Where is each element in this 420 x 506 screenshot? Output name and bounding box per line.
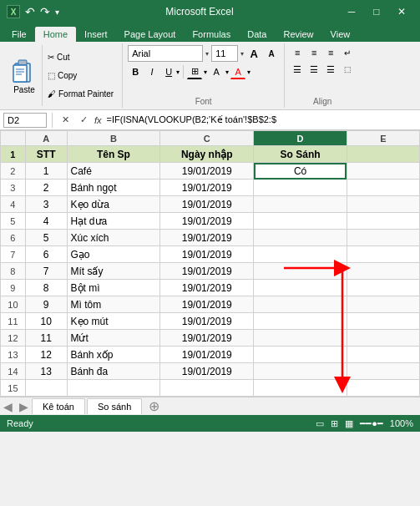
col-header-a[interactable]: A: [25, 131, 67, 146]
cell-e[interactable]: [347, 196, 419, 213]
paste-button[interactable]: Paste: [7, 45, 43, 106]
cell-c[interactable]: 19/01/2019: [160, 196, 254, 213]
cell-e[interactable]: [347, 363, 419, 380]
redo-btn[interactable]: ↷: [40, 5, 50, 18]
tab-file[interactable]: File: [3, 27, 35, 42]
cell-b[interactable]: [67, 380, 160, 397]
cell-a[interactable]: 11: [25, 330, 67, 347]
cell-d[interactable]: [254, 246, 347, 263]
border-btn[interactable]: ⊞: [187, 64, 202, 79]
cell-a[interactable]: 6: [25, 246, 67, 263]
formula-input[interactable]: [105, 113, 417, 128]
cell-d[interactable]: [254, 330, 347, 347]
cell-d[interactable]: [254, 280, 347, 296]
view-normal-btn[interactable]: ▭: [316, 418, 324, 429]
decrease-font-btn[interactable]: A: [264, 46, 279, 61]
cell-d-active[interactable]: Có: [254, 163, 347, 180]
tab-page-layout[interactable]: Page Layout: [116, 27, 185, 42]
align-bot-btn[interactable]: ≡: [323, 45, 338, 60]
tab-view[interactable]: View: [322, 27, 359, 42]
font-size-input[interactable]: [211, 45, 238, 62]
cell-a[interactable]: 5: [25, 230, 67, 246]
cell-b[interactable]: Xúc xích: [67, 230, 160, 246]
cell-d[interactable]: [254, 347, 347, 363]
cell-a[interactable]: 3: [25, 196, 67, 213]
cell-b[interactable]: Bánh đa: [67, 363, 160, 380]
cell-c[interactable]: 19/01/2019: [160, 263, 254, 280]
format-painter-button[interactable]: 🖌 Format Painter: [46, 89, 115, 99]
cell-e1[interactable]: [347, 146, 419, 163]
cell-a[interactable]: 9: [25, 296, 67, 313]
cell-d[interactable]: [254, 380, 347, 397]
confirm-formula-btn[interactable]: ✓: [76, 113, 91, 128]
copy-button[interactable]: ⬚ Copy: [46, 70, 115, 81]
cell-a1[interactable]: STT: [25, 146, 67, 163]
cell-a[interactable]: 12: [25, 347, 67, 363]
cell-d[interactable]: [254, 180, 347, 196]
cell-c[interactable]: 19/01/2019: [160, 180, 254, 196]
sheet-nav-left[interactable]: ◀: [0, 400, 16, 413]
cell-b1[interactable]: Tên Sp: [67, 146, 160, 163]
cell-b[interactable]: Gạo: [67, 246, 160, 263]
col-header-e[interactable]: E: [347, 131, 419, 146]
cell-a[interactable]: 10: [25, 313, 67, 330]
align-mid-btn[interactable]: ≡: [306, 45, 321, 60]
cell-a[interactable]: 2: [25, 180, 67, 196]
fill-arrow[interactable]: ▾: [225, 68, 229, 76]
increase-font-btn[interactable]: A: [246, 46, 261, 61]
align-right-btn[interactable]: ☰: [323, 62, 338, 77]
tab-formulas[interactable]: Formulas: [184, 27, 239, 42]
cell-b[interactable]: Kẹo mút: [67, 313, 160, 330]
cell-c[interactable]: 19/01/2019: [160, 363, 254, 380]
cell-a[interactable]: 4: [25, 213, 67, 230]
cell-c[interactable]: 19/01/2019: [160, 246, 254, 263]
italic-btn[interactable]: I: [144, 64, 159, 79]
cell-b[interactable]: Bột mì: [67, 280, 160, 296]
cell-c[interactable]: 19/01/2019: [160, 330, 254, 347]
close-btn[interactable]: ✕: [390, 3, 413, 20]
cell-c1[interactable]: Ngày nhập: [160, 146, 254, 163]
cell-e[interactable]: [347, 380, 419, 397]
cell-e[interactable]: [347, 213, 419, 230]
cell-e[interactable]: [347, 246, 419, 263]
cell-a[interactable]: 13: [25, 363, 67, 380]
col-header-c[interactable]: C: [160, 131, 254, 146]
align-center-btn[interactable]: ☰: [306, 62, 321, 77]
border-arrow[interactable]: ▾: [204, 68, 207, 76]
cell-a[interactable]: 8: [25, 280, 67, 296]
tab-data[interactable]: Data: [239, 27, 275, 42]
cell-d[interactable]: [254, 296, 347, 313]
cell-b[interactable]: Bánh xốp: [67, 347, 160, 363]
align-top-btn[interactable]: ≡: [290, 45, 305, 60]
cell-d[interactable]: [254, 363, 347, 380]
maximize-btn[interactable]: □: [365, 3, 388, 20]
align-left-btn[interactable]: ☰: [290, 62, 305, 77]
tab-home[interactable]: Home: [35, 27, 76, 42]
cell-d[interactable]: [254, 213, 347, 230]
cell-c[interactable]: 19/01/2019: [160, 313, 254, 330]
cell-e[interactable]: [347, 313, 419, 330]
cell-b[interactable]: Kẹo dừa: [67, 196, 160, 213]
tab-review[interactable]: Review: [275, 27, 321, 42]
cell-d[interactable]: [254, 263, 347, 280]
minimize-btn[interactable]: ─: [340, 3, 363, 20]
font-size-arrow[interactable]: ▾: [240, 50, 244, 58]
cell-c[interactable]: 19/01/2019: [160, 347, 254, 363]
view-layout-btn[interactable]: ⊞: [331, 418, 338, 429]
cell-a[interactable]: [25, 380, 67, 397]
cell-c[interactable]: 19/01/2019: [160, 296, 254, 313]
cell-b[interactable]: Bánh ngọt: [67, 180, 160, 196]
cut-button[interactable]: ✂ Cut: [46, 52, 115, 63]
cell-b[interactable]: Mì tôm: [67, 296, 160, 313]
cell-b[interactable]: Hạt dưa: [67, 213, 160, 230]
sheet-tab-ketoan[interactable]: Kê toán: [32, 398, 85, 414]
cell-c[interactable]: 19/01/2019: [160, 280, 254, 296]
cell-d[interactable]: [254, 196, 347, 213]
cell-e[interactable]: [347, 330, 419, 347]
cell-b[interactable]: Mít sấy: [67, 263, 160, 280]
cell-c[interactable]: 19/01/2019: [160, 230, 254, 246]
cancel-formula-btn[interactable]: ✕: [58, 113, 73, 128]
undo-btn[interactable]: ↶: [25, 5, 35, 18]
cell-b[interactable]: Café: [67, 163, 160, 180]
wrap-text-btn[interactable]: ↵: [340, 45, 355, 60]
